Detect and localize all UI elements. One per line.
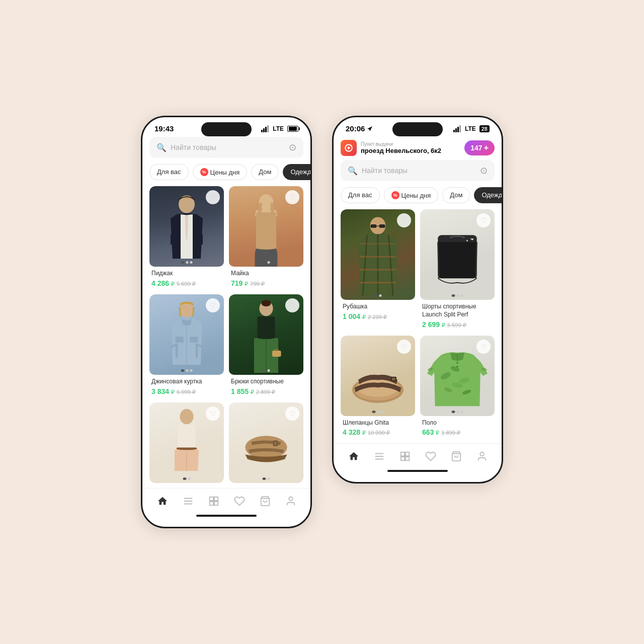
dots-1-4 <box>263 369 270 372</box>
product-info-2-2: Шорты спортивные Launch Split Perf 2 699… <box>420 300 495 330</box>
scan-icon-1[interactable]: ⊙ <box>289 142 296 153</box>
search-icon-1: 🔍 <box>156 143 167 152</box>
price-currency-1-4: ₽ <box>251 389 254 395</box>
heart-btn-1-4[interactable]: ♡ <box>285 298 299 312</box>
svg-point-29 <box>289 497 292 500</box>
nav-home-2[interactable] <box>348 451 359 462</box>
product-name-1-1: Пиджак <box>151 270 222 278</box>
pill-odezhda-2[interactable]: Одежда <box>474 187 502 203</box>
product-card-2-2[interactable]: ● ♡ <box>420 209 495 330</box>
dots-1-3 <box>181 369 193 372</box>
svg-rect-70 <box>400 457 404 460</box>
nav-categories-2[interactable] <box>399 451 411 462</box>
product-card-1-3[interactable]: ♡ Джинсовая куртка 3 834 ₽ 6 999 ₽ <box>149 294 224 397</box>
product-grid-2: ♡ Рубашка 1 004 ₽ 2 239 ₽ <box>334 209 502 438</box>
nav-profile-2[interactable] <box>476 451 488 462</box>
network-type-2: LTE <box>465 125 476 132</box>
product-card-1-5[interactable]: ♡ <box>149 403 224 483</box>
nav-favorites-1[interactable] <box>234 496 245 507</box>
product-image-2-3: ♡ <box>341 336 415 416</box>
scan-icon-2[interactable]: ⊙ <box>480 165 488 176</box>
svg-rect-33 <box>379 224 385 228</box>
dots-1-6 <box>263 477 270 480</box>
pill-sale-2[interactable]: % Цены дня <box>384 187 439 203</box>
price-current-2-2: 2 699 <box>422 320 440 329</box>
product-name-1-4: Брюки спортивные <box>231 378 301 386</box>
product-name-2-2: Шорты спортивные Launch Split Perf <box>422 303 493 318</box>
product-info-2-1: Рубашка 1 004 ₽ 2 239 ₽ <box>341 300 415 323</box>
product-image-2-1: ♡ <box>341 209 415 300</box>
price-current-1-2: 719 <box>231 279 243 287</box>
product-info-1-4: Брюки спортивные 1 855 ₽ 2 899 ₽ <box>229 375 303 397</box>
product-card-1-2[interactable]: ♡ Майка 719 ₽ 799 ₽ <box>229 186 303 289</box>
loyalty-badge[interactable]: 147 + <box>464 140 495 155</box>
location-text-2: Пункт выдачи проезд Невельского, 6к2 <box>361 141 441 154</box>
product-info-2-3: Шлепанцы Ghita 4 328 ₽ 10 990 ₽ <box>341 416 415 439</box>
search-bar-1[interactable]: 🔍 Найти товары ⊙ <box>149 137 303 158</box>
product-info-1-2: Майка 719 ₽ 799 ₽ <box>229 267 303 289</box>
nav-favorites-2[interactable] <box>425 451 436 462</box>
product-card-2-1[interactable]: ♡ Рубашка 1 004 ₽ 2 239 ₽ <box>341 209 415 330</box>
price-old-2-4: 1 899 ₽ <box>441 430 460 436</box>
product-card-1-1[interactable]: ♡ Пиджак 4 286 ₽ 5 699 ₽ <box>149 186 224 289</box>
product-info-1-3: Джинсовая куртка 3 834 ₽ 6 999 ₽ <box>149 375 224 397</box>
pill-dlya-vas-1[interactable]: Для вас <box>149 164 189 180</box>
category-pills-2: Для вас % Цены дня Дом Одежда <box>334 187 502 209</box>
price-row-2-3: 4 328 ₽ 10 990 ₽ <box>343 428 413 436</box>
search-icon-2: 🔍 <box>348 166 358 176</box>
price-currency-1-2: ₽ <box>245 281 248 287</box>
sale-badge-2: % <box>391 191 399 199</box>
pill-dom-2[interactable]: Дом <box>442 187 470 203</box>
product-image-2-2: ● ♡ <box>420 209 495 300</box>
svg-rect-20 <box>274 441 277 445</box>
svg-rect-2 <box>256 212 276 253</box>
search-bar-2[interactable]: 🔍 Найти товары ⊙ <box>341 160 495 181</box>
dots-1-5 <box>183 477 191 480</box>
nav-cart-2[interactable] <box>451 451 462 462</box>
product-name-2-1: Рубашка <box>343 303 413 311</box>
svg-rect-16 <box>177 447 197 450</box>
bottom-nav-1 <box>142 488 310 511</box>
sale-badge-1: % <box>200 168 208 176</box>
product-image-1-3: ♡ <box>149 294 224 375</box>
svg-point-63 <box>456 362 458 364</box>
svg-rect-26 <box>209 502 213 505</box>
heart-btn-2-4[interactable]: ♡ <box>476 340 491 354</box>
svg-rect-27 <box>214 502 217 505</box>
svg-rect-11 <box>257 316 275 339</box>
pill-dlya-vas-2[interactable]: Для вас <box>341 187 380 203</box>
nav-catalog-1[interactable] <box>183 496 194 507</box>
heart-btn-1-5[interactable]: ♡ <box>206 407 220 421</box>
nav-home-1[interactable] <box>157 496 168 507</box>
svg-point-73 <box>480 452 484 456</box>
signal-icon-2 <box>453 125 461 132</box>
heart-btn-1-3[interactable]: ♡ <box>206 298 220 312</box>
product-card-1-4[interactable]: ♡ Брюки спортивные 1 855 ₽ 2 899 ₽ <box>229 294 303 397</box>
svg-rect-7 <box>176 337 184 343</box>
phone-2: 20:06 LTE 28 <box>332 116 503 484</box>
svg-rect-32 <box>370 224 376 228</box>
time-2: 20:06 <box>346 124 365 133</box>
product-image-1-6: ♡ <box>229 403 303 483</box>
price-current-2-3: 4 328 <box>343 428 360 436</box>
nav-profile-1[interactable] <box>285 496 296 507</box>
product-card-2-3[interactable]: ♡ Шлепанцы Ghita 4 328 ₽ 10 990 ₽ <box>341 336 415 439</box>
nav-catalog-2[interactable] <box>374 451 385 462</box>
home-bar-1 <box>196 515 257 517</box>
nav-categories-1[interactable] <box>208 496 219 507</box>
dynamic-island-2 <box>392 122 443 136</box>
location-name-2: проезд Невельского, 6к2 <box>361 147 441 154</box>
phones-container: 19:43 LTE 🔍 Найти товары ⊙ <box>141 116 503 528</box>
location-bar-2: Пункт выдачи проезд Невельского, 6к2 147… <box>334 137 502 160</box>
pill-dom-1[interactable]: Дом <box>251 164 279 180</box>
heart-btn-1-6[interactable]: ♡ <box>285 407 299 421</box>
heart-btn-2-3[interactable]: ♡ <box>397 340 411 354</box>
pill-sale-1[interactable]: % Цены дня <box>193 164 248 180</box>
status-bar-2: 20:06 LTE 28 <box>334 117 502 137</box>
product-card-2-4[interactable]: ♡ Поло 663 ₽ 1 899 ₽ <box>420 336 495 439</box>
pill-odezhda-1[interactable]: Одежда <box>283 164 310 180</box>
nav-cart-1[interactable] <box>260 496 271 507</box>
svg-line-46 <box>476 243 477 279</box>
price-old-1-3: 6 999 ₽ <box>177 389 196 395</box>
product-card-1-6[interactable]: ♡ <box>229 403 303 483</box>
